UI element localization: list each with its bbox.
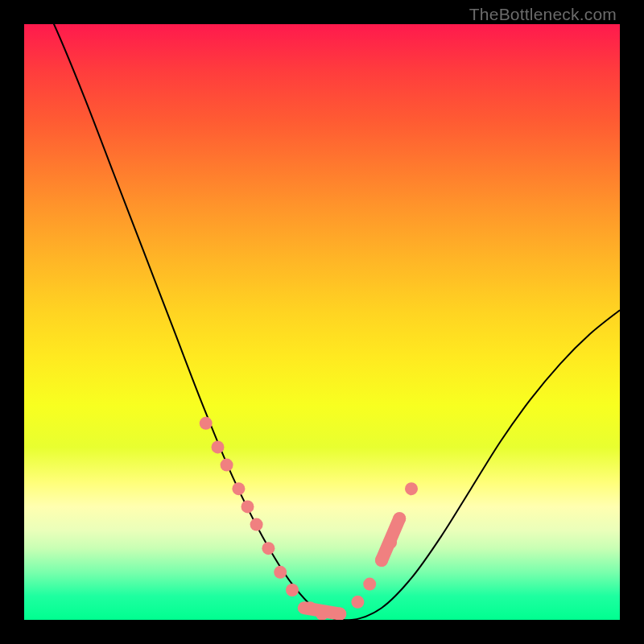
marker-dot <box>363 578 376 591</box>
marker-dot <box>286 584 299 597</box>
marker-dot <box>221 459 233 472</box>
plot-area <box>24 24 620 620</box>
marker-dot <box>405 482 418 495</box>
marker-dot <box>262 542 275 555</box>
marker-dot <box>242 500 254 513</box>
marker-dot <box>274 566 287 579</box>
curve-layer <box>24 24 620 620</box>
marker-dot <box>212 440 225 453</box>
watermark: TheBottleneck.com <box>469 5 617 24</box>
curve-path <box>24 24 620 620</box>
chart-frame: TheBottleneck.com <box>0 0 644 644</box>
marker-dot <box>200 417 213 430</box>
marker-dot <box>232 482 245 495</box>
marker-capsule <box>304 608 340 613</box>
marker-dot <box>351 596 364 609</box>
marker-dot <box>250 518 263 531</box>
marker-capsule <box>382 518 399 560</box>
bottleneck-curve <box>24 24 620 620</box>
highlighted-points <box>200 417 418 620</box>
